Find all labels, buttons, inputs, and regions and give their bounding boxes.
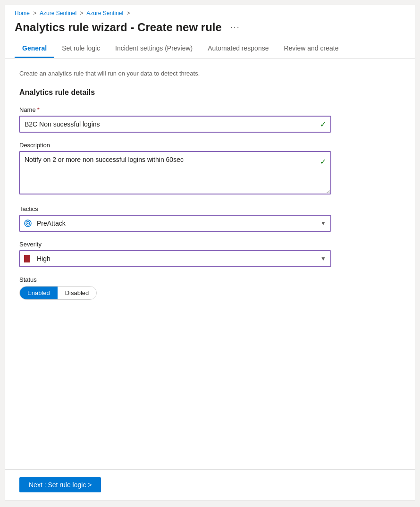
tactics-select[interactable]: PreAttack InitialAccess Execution Persis… xyxy=(19,215,331,231)
tactics-icon xyxy=(24,220,32,227)
breadcrumb-sentinel1[interactable]: Azure Sentinel xyxy=(40,10,76,17)
description-field-group: Description Notify on 2 or more non succ… xyxy=(19,142,401,196)
description-input[interactable]: Notify on 2 or more non successful login… xyxy=(19,152,331,194)
page-container: Home > Azure Sentinel > Azure Sentinel >… xyxy=(5,5,415,500)
name-check-icon: ✓ xyxy=(320,120,326,129)
severity-field-group: Severity High Medium Low Informational ▼ xyxy=(19,241,401,267)
tab-set-rule-logic[interactable]: Set rule logic xyxy=(54,40,108,58)
name-input[interactable] xyxy=(19,116,331,132)
severity-label: Severity xyxy=(19,241,401,248)
severity-select-wrapper: High Medium Low Informational ▼ xyxy=(19,251,331,267)
svg-point-2 xyxy=(27,223,29,224)
tab-general[interactable]: General xyxy=(15,40,54,58)
footer-area: Next : Set rule logic > xyxy=(5,469,415,500)
severity-icon xyxy=(24,255,32,262)
content-area: Create an analytics rule that will run o… xyxy=(5,59,415,469)
toggle-disabled-option[interactable]: Disabled xyxy=(58,287,97,299)
severity-color-indicator xyxy=(24,255,30,262)
status-toggle[interactable]: Enabled Disabled xyxy=(19,286,97,300)
severity-select[interactable]: High Medium Low Informational xyxy=(19,251,331,267)
tab-review-create[interactable]: Review and create xyxy=(276,40,346,58)
section-title: Analytics rule details xyxy=(19,88,401,97)
tabs-bar: General Set rule logic Incident settings… xyxy=(5,40,415,59)
breadcrumb-sentinel2[interactable]: Azure Sentinel xyxy=(86,10,123,17)
tactics-field-group: Tactics PreAttack InitialAccess Executio… xyxy=(19,205,401,231)
tab-incident-settings[interactable]: Incident settings (Preview) xyxy=(108,40,200,58)
name-input-wrapper: ✓ xyxy=(19,116,331,132)
description-input-wrapper: Notify on 2 or more non successful login… xyxy=(19,152,331,196)
name-label: Name * xyxy=(19,106,401,113)
page-header: Analytics rule wizard - Create new rule … xyxy=(5,18,415,40)
name-field-group: Name * ✓ xyxy=(19,106,401,132)
description-check-icon: ✓ xyxy=(320,157,326,166)
toggle-enabled-option[interactable]: Enabled xyxy=(20,287,58,299)
next-button[interactable]: Next : Set rule logic > xyxy=(19,477,101,492)
tactics-select-wrapper: PreAttack InitialAccess Execution Persis… xyxy=(19,215,331,231)
page-title: Analytics rule wizard - Create new rule xyxy=(15,21,222,34)
required-indicator: * xyxy=(37,106,40,113)
breadcrumb: Home > Azure Sentinel > Azure Sentinel > xyxy=(5,5,415,18)
tactics-label: Tactics xyxy=(19,205,401,212)
breadcrumb-home[interactable]: Home xyxy=(15,10,30,17)
description-label: Description xyxy=(19,142,401,149)
intro-description: Create an analytics rule that will run o… xyxy=(19,70,401,77)
tab-automated-response[interactable]: Automated response xyxy=(200,40,276,58)
ellipsis-button[interactable]: ··· xyxy=(227,20,244,34)
status-label: Status xyxy=(19,276,401,283)
status-field-group: Status Enabled Disabled xyxy=(19,276,401,300)
